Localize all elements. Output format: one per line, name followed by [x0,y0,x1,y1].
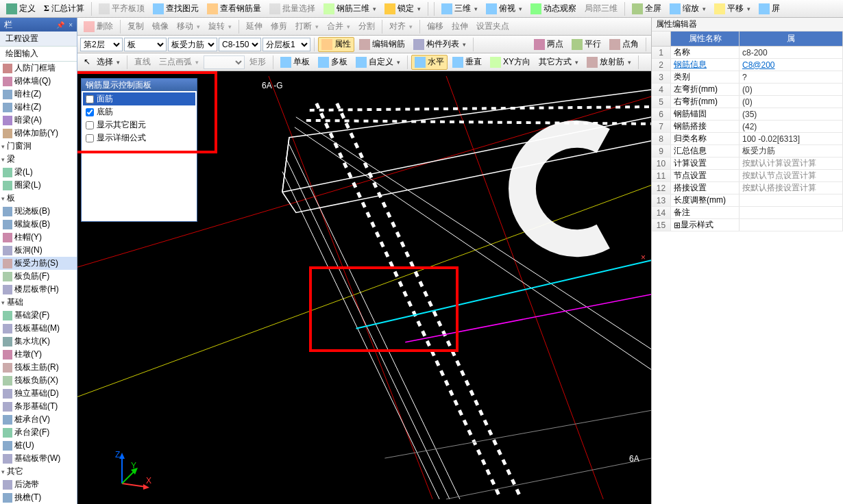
prop-value[interactable] [740,207,843,218]
extend-button[interactable]: 延伸 [243,19,266,34]
xy-dir-button[interactable]: XY方向 [487,55,534,70]
tree-item[interactable]: ▾其它 [0,465,77,478]
prop-row[interactable]: 11节点设置按默认节点设置计算 [652,170,843,182]
tree-item[interactable]: 板负筋(F) [0,270,77,283]
full-button[interactable]: 全屏 [628,1,665,16]
tree-item[interactable]: 集水坑(K) [0,335,77,348]
tab-project-settings[interactable]: 工程设置 [0,32,77,47]
tree-item[interactable]: 独立基础(D) [0,387,77,400]
arc-opts[interactable] [204,55,245,69]
batch-sel-button[interactable]: 批量选择 [266,1,319,16]
tree-item[interactable]: 条形基础(T) [0,400,77,413]
tree-item[interactable]: 筏板基础(M) [0,322,77,335]
find-rebar-button[interactable]: 查看钢筋量 [204,1,265,16]
zoom-button[interactable]: 缩放▾ [666,1,709,16]
prop-row[interactable]: 5右弯折(mm)(0) [652,96,843,108]
edit-rebar-button[interactable]: 编辑钢筋 [356,37,408,52]
tree-item[interactable]: ▾门窗洞 [0,140,77,153]
tree-item[interactable]: 筏板主筋(R) [0,361,77,374]
tree-item[interactable]: 筏板负筋(X) [0,374,77,387]
delete-button[interactable]: 删除 [80,19,117,34]
local-3d-button[interactable]: 局部三维 [581,1,621,16]
topview-button[interactable]: 俯视▾ [482,1,526,16]
tree-item[interactable]: 板受力筋(S) [0,257,77,270]
split-button[interactable]: 分割 [355,19,378,34]
prop-value[interactable] [740,219,843,231]
setpt-button[interactable]: 设置夹点 [473,19,513,34]
attrs-button[interactable]: 属性 [318,37,354,52]
rebar-display-panel[interactable]: 钢筋显示控制面板 面筋底筋显示其它图元显示详细公式 [81,78,197,222]
rect-button[interactable]: 矩形 [246,55,269,70]
dyn-obs-button[interactable]: 动态观察 [527,1,580,16]
prop-row[interactable]: 10计算设置按默认计算设置计算 [652,158,843,170]
tree-item[interactable]: 桩(U) [0,439,77,452]
two-pt-button[interactable]: 两点 [530,37,567,52]
prop-value[interactable]: 按默认节点设置计算 [740,170,843,181]
close-icon[interactable]: × [69,21,73,29]
prop-value[interactable]: 按默认计算设置计算 [740,158,843,169]
prop-value[interactable]: c8-200 [740,47,843,58]
panel-option[interactable]: 显示详细公式 [83,131,195,144]
prop-value[interactable]: 100 -0.02[6313] [740,133,843,144]
prop-row[interactable]: 6钢筋锚固(35) [652,108,843,121]
floor-select[interactable]: 第2层 [80,38,123,51]
single-board-button[interactable]: 单板 [277,55,313,70]
merge-button[interactable]: 合并▾ [323,19,354,34]
other-way-button[interactable]: 其它方式▾ [535,55,582,70]
tree-item[interactable]: 柱帽(Y) [0,231,77,244]
prop-row[interactable]: 1名称c8-200 [652,47,843,59]
option-checkbox[interactable] [86,95,94,103]
tree-item[interactable]: 柱墩(Y) [0,348,77,361]
tree-item[interactable]: 砌体墙(Q) [0,75,77,88]
mirror-button[interactable]: 镜像 [149,19,172,34]
tree-item[interactable]: 端柱(Z) [0,101,77,114]
prop-value[interactable]: 板受力筋 [740,145,843,157]
prop-row[interactable]: 9汇总信息板受力筋 [652,145,843,158]
tree-item[interactable]: 梁(L) [0,166,77,179]
define-button[interactable]: 定义 [3,1,39,16]
radial-button[interactable]: 放射筋▾ [583,55,635,70]
tree-item[interactable]: 暗梁(A) [0,114,77,127]
tree-item[interactable]: 板洞(N) [0,244,77,257]
prop-value[interactable]: C8@200 [740,59,843,71]
prop-value[interactable]: (35) [740,108,843,120]
prop-row[interactable]: 13长度调整(mm) [652,194,843,207]
parallel-button[interactable]: 平行 [568,37,604,52]
prop-value[interactable]: (0) [740,96,843,108]
rotate-button[interactable]: 旋转▾ [205,19,235,34]
prop-row[interactable]: 14备注 [652,207,843,219]
rebar-3d-button[interactable]: 钢筋三维▾ [320,1,380,16]
find-elem-button[interactable]: 查找图元 [149,1,202,16]
horiz-button[interactable]: 水平 [411,55,448,70]
align-board-button[interactable]: 平齐板顶 [95,1,148,16]
select-button[interactable]: ↖选择▾ [80,55,123,70]
prop-row[interactable]: 2钢筋信息C8@200 [652,59,843,71]
offset-button[interactable]: 偏移 [424,19,447,34]
prop-row[interactable]: 7钢筋搭接(42) [652,121,843,133]
subtype-select[interactable]: 板受力筋 [168,38,217,51]
arc-button[interactable]: 三点画弧▾ [156,55,202,70]
tree-item[interactable]: 砌体加筋(Y) [0,127,77,140]
prop-value[interactable]: (0) [740,84,843,95]
pin-icon[interactable]: 📌 [56,21,64,29]
tree-item[interactable]: 基础板带(W) [0,452,77,465]
tree-item[interactable]: ▾基础 [0,296,77,309]
prop-value[interactable] [740,194,843,206]
break-button[interactable]: 打断▾ [292,19,322,34]
vert-button[interactable]: 垂直 [449,55,485,70]
prop-grid[interactable]: 1名称c8-2002钢筋信息C8@2003类别?4左弯折(mm)(0)5右弯折(… [652,47,843,504]
layer-select[interactable]: 分层板1 [262,38,310,51]
tree-item[interactable]: 圈梁(L) [0,179,77,192]
tree-item[interactable]: 暗柱(Z) [0,88,77,101]
tree-item[interactable]: ▾梁 [0,153,77,166]
multi-board-button[interactable]: 多板 [315,55,351,70]
viewport[interactable]: 6A -G 6A × Z X Y 钢筋显示控制面板 面筋底筋显示其它图元显示详细… [77,71,651,504]
prop-row[interactable]: 12搭接设置按默认搭接设置计算 [652,182,843,194]
option-checkbox[interactable] [86,108,94,116]
align-button[interactable]: 对齐▾ [386,19,416,34]
tree-item[interactable]: 现浇板(B) [0,205,77,218]
tree-item[interactable]: 基础梁(F) [0,309,77,322]
lock-button[interactable]: 锁定▾ [381,1,424,16]
option-checkbox[interactable] [86,121,94,129]
type-select[interactable]: 板 [124,38,167,51]
